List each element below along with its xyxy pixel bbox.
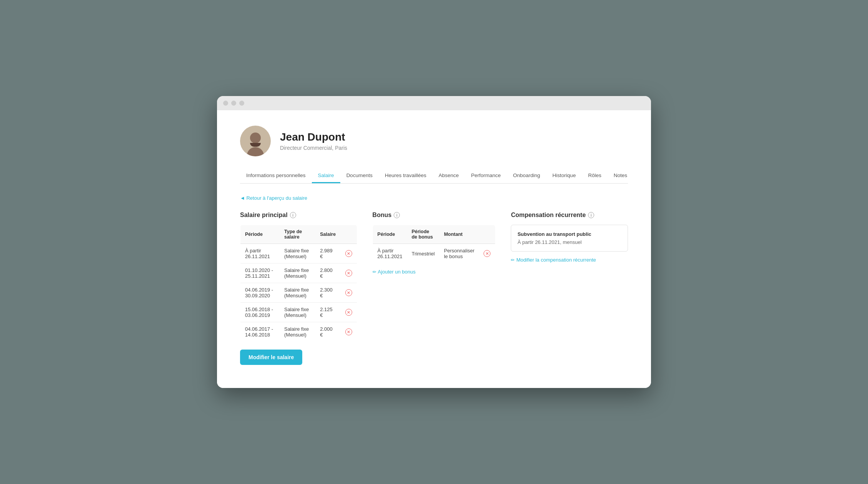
avatar-beard bbox=[250, 143, 261, 147]
bonus-table: Période Période de bonus Montant À parti… bbox=[373, 225, 496, 264]
table-row: 15.06.2018 - 03.06.2019 Salaire fixe (Me… bbox=[240, 303, 357, 322]
table-row: À partir 26.11.2021 Trimestriel Personna… bbox=[373, 244, 495, 264]
add-bonus-icon: ✏ bbox=[373, 269, 376, 275]
add-bonus-link[interactable]: ✏ Ajouter un bonus bbox=[373, 269, 416, 275]
employee-subtitle: Directeur Commercial, Paris bbox=[280, 145, 347, 151]
bonus-table-header: Période Période de bonus Montant bbox=[373, 225, 495, 244]
back-link[interactable]: ◄ Retour à l'aperçu du salaire bbox=[240, 195, 307, 201]
compensation-section: Compensation récurrente i Subvention au … bbox=[511, 212, 628, 263]
employee-header: Jean Dupont Directeur Commercial, Paris bbox=[240, 126, 628, 156]
modify-salaire-button[interactable]: Modifier le salaire bbox=[240, 350, 302, 365]
bonus-col-periode-bonus: Période de bonus bbox=[407, 225, 439, 244]
nav-tabs: Informations personnelles Salaire Docume… bbox=[240, 169, 628, 184]
page: Jean Dupont Directeur Commercial, Paris … bbox=[217, 110, 651, 388]
edit-compensation-icon: ✏ bbox=[511, 257, 515, 263]
salaire-row-type: Salaire fixe (Mensuel) bbox=[280, 322, 315, 342]
salaire-row-delete-cell: ✕ bbox=[341, 322, 357, 342]
tab-notes[interactable]: Notes bbox=[608, 169, 633, 183]
salaire-row-periode: 04.06.2019 - 30.09.2020 bbox=[240, 283, 280, 303]
table-row: 01.10.2020 - 25.11.2021 Salaire fixe (Me… bbox=[240, 264, 357, 283]
avatar-head bbox=[250, 133, 261, 143]
browser-dot-yellow bbox=[231, 101, 236, 106]
salaire-row-type: Salaire fixe (Mensuel) bbox=[280, 283, 315, 303]
salaire-row-salaire: 2.000 € bbox=[315, 322, 340, 342]
compensation-box: Subvention au transport public À partir … bbox=[511, 225, 628, 252]
salaire-row-salaire: 2.125 € bbox=[315, 303, 340, 322]
avatar bbox=[240, 126, 271, 156]
tab-onboarding[interactable]: Onboarding bbox=[507, 169, 547, 183]
browser-window: Jean Dupont Directeur Commercial, Paris … bbox=[217, 96, 651, 388]
employee-name: Jean Dupont bbox=[280, 131, 347, 143]
col-periode: Période bbox=[240, 225, 280, 244]
bonus-col-periode: Période bbox=[373, 225, 407, 244]
tab-documents[interactable]: Documents bbox=[340, 169, 379, 183]
bonus-col-delete bbox=[479, 225, 495, 244]
salaire-row-periode: 15.06.2018 - 03.06.2019 bbox=[240, 303, 280, 322]
content-grid: Salaire principal i Période Type de sala… bbox=[240, 212, 628, 365]
col-salaire: Salaire bbox=[315, 225, 340, 244]
salaire-row-periode: 01.10.2020 - 25.11.2021 bbox=[240, 264, 280, 283]
bonus-periode-bonus: Trimestriel bbox=[407, 244, 439, 264]
bonus-montant: Personnaliser le bonus bbox=[439, 244, 479, 264]
salaire-table-header: Période Type de salaire Salaire bbox=[240, 225, 357, 244]
salaire-row-salaire: 2.300 € bbox=[315, 283, 340, 303]
salaire-delete-icon[interactable]: ✕ bbox=[345, 289, 352, 296]
bonus-section: Bonus i Période Période de bonus Montant bbox=[373, 212, 496, 275]
salaire-row-periode: À partir 26.11.2021 bbox=[240, 244, 280, 264]
tab-informations[interactable]: Informations personnelles bbox=[240, 169, 312, 183]
avatar-body bbox=[247, 147, 264, 156]
bonus-delete-icon[interactable]: ✕ bbox=[484, 250, 490, 257]
tab-performance[interactable]: Performance bbox=[465, 169, 507, 183]
table-row: 04.06.2019 - 30.09.2020 Salaire fixe (Me… bbox=[240, 283, 357, 303]
salaire-delete-icon[interactable]: ✕ bbox=[345, 270, 352, 277]
salaire-row-delete-cell: ✕ bbox=[341, 244, 357, 264]
salaire-row-salaire: 2.989 € bbox=[315, 244, 340, 264]
comp-box-subtitle: À partir 26.11.2021, mensuel bbox=[517, 239, 621, 245]
table-row: 04.06.2017 - 14.06.2018 Salaire fixe (Me… bbox=[240, 322, 357, 342]
salaire-table: Période Type de salaire Salaire À partir… bbox=[240, 225, 357, 342]
col-delete bbox=[341, 225, 357, 244]
bonus-periode: À partir 26.11.2021 bbox=[373, 244, 407, 264]
tab-roles[interactable]: Rôles bbox=[582, 169, 608, 183]
edit-compensation-link[interactable]: ✏ Modifier la compensation récurrente bbox=[511, 257, 596, 263]
bonus-delete-cell: ✕ bbox=[479, 244, 495, 264]
salaire-row-delete-cell: ✕ bbox=[341, 303, 357, 322]
header-info: Jean Dupont Directeur Commercial, Paris bbox=[280, 131, 347, 151]
browser-dot-red bbox=[223, 101, 228, 106]
tab-absence[interactable]: Absence bbox=[432, 169, 465, 183]
tab-heures[interactable]: Heures travaillées bbox=[379, 169, 432, 183]
compensation-info-icon[interactable]: i bbox=[588, 212, 594, 218]
salaire-row-type: Salaire fixe (Mensuel) bbox=[280, 264, 315, 283]
browser-chrome bbox=[217, 96, 651, 110]
tab-salaire[interactable]: Salaire bbox=[312, 169, 340, 183]
salaire-row-delete-cell: ✕ bbox=[341, 264, 357, 283]
salaire-info-icon[interactable]: i bbox=[290, 212, 296, 218]
browser-content: Jean Dupont Directeur Commercial, Paris … bbox=[217, 110, 651, 388]
browser-dot-green bbox=[239, 101, 244, 106]
salaire-row-delete-cell: ✕ bbox=[341, 283, 357, 303]
col-type: Type de salaire bbox=[280, 225, 315, 244]
tab-historique[interactable]: Historique bbox=[546, 169, 582, 183]
salaire-row-type: Salaire fixe (Mensuel) bbox=[280, 244, 315, 264]
salaire-row-salaire: 2.800 € bbox=[315, 264, 340, 283]
salaire-principal-title: Salaire principal i bbox=[240, 212, 357, 219]
salaire-delete-icon[interactable]: ✕ bbox=[345, 309, 352, 316]
salaire-row-periode: 04.06.2017 - 14.06.2018 bbox=[240, 322, 280, 342]
salaire-delete-icon[interactable]: ✕ bbox=[345, 328, 352, 335]
salaire-delete-icon[interactable]: ✕ bbox=[345, 250, 352, 257]
salaire-row-type: Salaire fixe (Mensuel) bbox=[280, 303, 315, 322]
bonus-info-icon[interactable]: i bbox=[394, 212, 400, 218]
compensation-title: Compensation récurrente i bbox=[511, 212, 628, 219]
table-row: À partir 26.11.2021 Salaire fixe (Mensue… bbox=[240, 244, 357, 264]
comp-box-title: Subvention au transport public bbox=[517, 231, 621, 237]
salaire-principal-section: Salaire principal i Période Type de sala… bbox=[240, 212, 357, 365]
bonus-col-montant: Montant bbox=[439, 225, 479, 244]
bonus-title: Bonus i bbox=[373, 212, 496, 219]
